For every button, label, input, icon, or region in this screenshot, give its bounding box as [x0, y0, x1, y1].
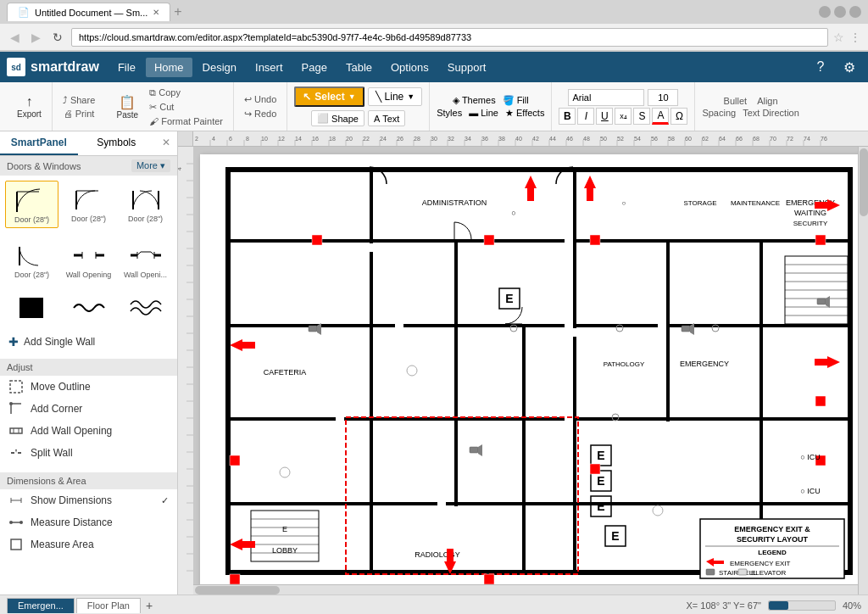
measure-distance-button[interactable]: Measure Distance [0, 511, 177, 533]
format-painter-button[interactable]: 🖌 Format Painter [146, 115, 226, 127]
new-tab-button[interactable]: + [174, 4, 181, 20]
menu-home[interactable]: Home [146, 58, 192, 77]
spacing-button[interactable]: Spacing [702, 108, 736, 118]
undo-button[interactable]: ↩ Undo [241, 93, 280, 106]
italic-button[interactable]: I [577, 108, 594, 125]
paste-button[interactable]: 📋 Paste [112, 92, 142, 121]
svg-text:12: 12 [278, 136, 285, 142]
menu-page[interactable]: Page [293, 58, 336, 77]
more-options-button[interactable]: ⋮ [849, 31, 861, 44]
add-page-button[interactable]: + [146, 599, 153, 612]
tab-close-button[interactable]: ✕ [153, 8, 159, 17]
door-arc-icon [13, 185, 52, 215]
menu-support[interactable]: Support [439, 58, 495, 77]
vertical-scroll-thumb[interactable] [860, 148, 868, 216]
menu-insert[interactable]: Insert [247, 58, 292, 77]
svg-text:SECURITY LAYOUT: SECURITY LAYOUT [737, 535, 809, 544]
ruler-v-svg: 4 8 [178, 147, 193, 594]
line-style-button[interactable]: ▬ Line [469, 108, 498, 118]
line-button[interactable]: ╲ Line ▼ [368, 87, 423, 106]
themes-button[interactable]: ◈ Themes [453, 95, 496, 106]
select-button[interactable]: ↖ Select ▼ [294, 87, 364, 107]
bookmark-button[interactable]: ☆ [833, 31, 844, 44]
browser-tab[interactable]: 📄 Untitled Document — Sm... ✕ [7, 3, 170, 21]
horizontal-scrollbar[interactable] [193, 584, 858, 594]
help-button[interactable]: ? [809, 55, 832, 79]
styles-button[interactable]: Styles [437, 108, 462, 118]
bullet-button[interactable]: Bullet [724, 96, 748, 106]
horizontal-scroll-thumb[interactable] [195, 586, 280, 594]
svg-text:E: E [597, 474, 604, 488]
canvas-container[interactable]: ADMINISTRATION ○ STORAGE MAINTENANCE EME… [193, 147, 868, 594]
page-tab-floorplan[interactable]: Floor Plan [76, 598, 141, 613]
symbol-black-square[interactable] [5, 289, 58, 327]
effects-button[interactable]: ★ Effects [505, 108, 544, 119]
cut-button[interactable]: ✂ Cut [146, 101, 226, 114]
print-button[interactable]: 🖨 Print [60, 108, 98, 120]
panel-close-button[interactable]: ✕ [155, 131, 177, 155]
symbol-door-28-double[interactable]: Door (28") [119, 181, 172, 228]
zoom-slider[interactable] [768, 600, 836, 611]
measure-area-button[interactable]: Measure Area [0, 533, 177, 555]
url-input[interactable] [71, 28, 828, 47]
strikethrough-button[interactable]: S [633, 108, 650, 125]
show-dimensions-button[interactable]: Show Dimensions ✓ [0, 489, 177, 511]
page-tab-emergency[interactable]: Emergen... [7, 598, 75, 613]
menu-table[interactable]: Table [337, 58, 381, 77]
symbol-wall-opening[interactable]: Wall Opening [62, 237, 115, 282]
shape-button[interactable]: ⬜ Shape [311, 110, 364, 126]
subscript-button[interactable]: x₄ [615, 108, 632, 125]
svg-rect-170 [522, 506, 526, 572]
redo-icon: ↪ [244, 109, 252, 120]
symbol-wall-opening-2[interactable]: Wall Openi... [119, 237, 172, 282]
refresh-button[interactable]: ↻ [49, 29, 66, 46]
format-painter-icon: 🖌 [149, 116, 159, 126]
export-button[interactable]: ↑ Export [14, 92, 45, 120]
copy-button[interactable]: ⧉ Copy [146, 87, 226, 99]
svg-rect-222 [590, 235, 600, 245]
menu-file[interactable]: File [109, 58, 144, 77]
more-button[interactable]: More ▾ [131, 159, 170, 172]
vertical-scrollbar[interactable] [858, 147, 868, 594]
font-size-input[interactable] [648, 89, 678, 106]
symbol-door-28-b[interactable]: Door (28") [62, 181, 115, 228]
bold-button[interactable]: B [559, 108, 576, 125]
special-char-button[interactable]: Ω [670, 108, 687, 125]
menu-options[interactable]: Options [382, 58, 437, 77]
logo: sd smartdraw [7, 58, 99, 76]
fill-button[interactable]: 🪣 Fill [503, 95, 529, 106]
font-name-input[interactable] [568, 89, 644, 106]
share-button[interactable]: ⤴ Share [59, 94, 98, 106]
shape-text-row: ⬜ Shape A Text [311, 110, 405, 126]
forward-button[interactable]: ▶ [28, 29, 44, 46]
minimize-button[interactable] [819, 6, 831, 18]
svg-rect-141 [848, 167, 853, 575]
smart-panel-tab[interactable]: SmartPanel [0, 131, 78, 155]
symbol-door-28-bottom[interactable]: Door (28") [5, 237, 58, 282]
add-corner-button[interactable]: Add Corner [0, 398, 177, 420]
redo-button[interactable]: ↪ Redo [241, 108, 280, 120]
split-wall-button[interactable]: Split Wall [0, 442, 177, 464]
text-direction-button[interactable]: Text Direction [743, 108, 799, 118]
copy-icon: ⧉ [149, 87, 156, 98]
menu-design[interactable]: Design [194, 58, 245, 77]
font-color-button[interactable]: A [652, 108, 669, 125]
double-wavy-svg [126, 293, 165, 323]
maximize-button[interactable] [834, 6, 846, 18]
add-wall-opening-button[interactable]: Add Wall Opening [0, 420, 177, 442]
back-button[interactable]: ◀ [7, 29, 23, 46]
text-button[interactable]: A Text [368, 110, 406, 126]
drawing-canvas[interactable]: ADMINISTRATION ○ STORAGE MAINTENANCE EME… [200, 154, 861, 587]
add-single-wall-button[interactable]: ✚ Add Single Wall [0, 330, 177, 354]
align-button[interactable]: Align [757, 96, 777, 106]
underline-button[interactable]: U [596, 108, 613, 125]
move-outline-button[interactable]: Move Outline [0, 376, 177, 398]
settings-button[interactable]: ⚙ [837, 55, 861, 79]
symbol-double-wavy[interactable] [119, 289, 172, 327]
door-plain-icon [70, 184, 108, 215]
symbols-tab[interactable]: Symbols [78, 131, 156, 155]
svg-text:E: E [282, 525, 287, 533]
close-button[interactable] [849, 6, 861, 18]
symbol-door-28-arc[interactable]: Door (28") [5, 181, 58, 228]
symbol-wavy[interactable] [62, 289, 115, 327]
